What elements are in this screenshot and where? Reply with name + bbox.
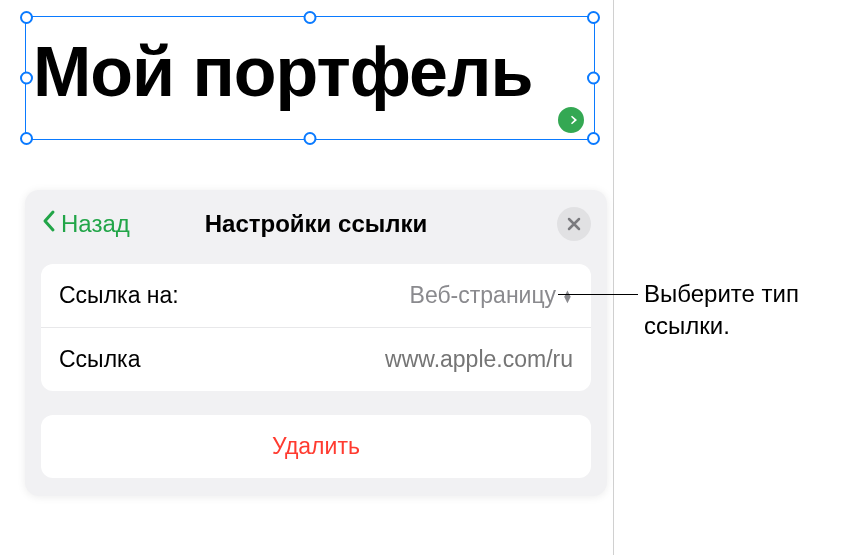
resize-handle-middle-right[interactable] — [587, 72, 600, 85]
back-label: Назад — [61, 210, 130, 238]
back-button[interactable]: Назад — [41, 208, 130, 240]
close-icon — [567, 217, 581, 231]
link-url-input[interactable] — [293, 346, 573, 373]
resize-handle-top-right[interactable] — [587, 11, 600, 24]
text-box-content[interactable]: Мой портфель — [33, 32, 532, 112]
link-type-select[interactable]: Веб-страницу ▲▼ — [410, 282, 573, 309]
select-arrows-icon: ▲▼ — [562, 290, 573, 302]
link-to-label: Ссылка на: — [59, 282, 179, 309]
resize-handle-top-left[interactable] — [20, 11, 33, 24]
link-type-value: Веб-страницу — [410, 282, 557, 309]
link-indicator-badge[interactable] — [555, 104, 587, 136]
link-to-row: Ссылка на: Веб-страницу ▲▼ — [41, 264, 591, 328]
link-settings-popover: Назад Настройки ссылки Ссылка на: Веб-ст… — [25, 190, 607, 496]
resize-handle-bottom-center[interactable] — [304, 132, 317, 145]
delete-button[interactable]: Удалить — [41, 415, 591, 478]
link-form-group: Ссылка на: Веб-страницу ▲▼ Ссылка — [41, 264, 591, 391]
editor-panel: Мой портфель Назад Настройки ссылки — [0, 0, 614, 555]
resize-handle-bottom-left[interactable] — [20, 132, 33, 145]
resize-handle-bottom-right[interactable] — [587, 132, 600, 145]
popover-title: Настройки ссылки — [205, 210, 428, 238]
resize-handle-top-center[interactable] — [304, 11, 317, 24]
close-button[interactable] — [557, 207, 591, 241]
link-url-row: Ссылка — [41, 328, 591, 391]
callout-leader-line — [558, 294, 638, 295]
popover-header: Назад Настройки ссылки — [25, 190, 607, 254]
chevron-left-icon — [41, 208, 57, 240]
link-url-label: Ссылка — [59, 346, 140, 373]
callout-text: Выберите тип ссылки. — [644, 278, 857, 343]
resize-handle-middle-left[interactable] — [20, 72, 33, 85]
link-arrow-icon — [563, 112, 579, 128]
selected-text-box[interactable]: Мой портфель — [25, 14, 597, 144]
